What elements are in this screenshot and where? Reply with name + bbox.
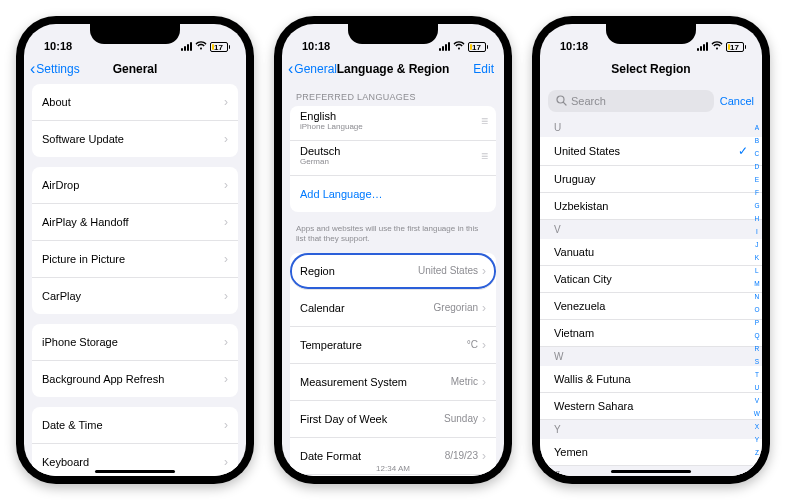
screen: 10:18 17 Select Region Search Cancel bbox=[540, 24, 762, 476]
row-first-day-of-week[interactable]: First Day of WeekSunday› bbox=[290, 401, 496, 438]
index-b[interactable]: B bbox=[754, 137, 760, 144]
region-label: Vietnam bbox=[554, 327, 594, 339]
row-label: Software Update bbox=[42, 133, 220, 145]
phone-general: 10:18 17 ‹ Settings General About›Softwa… bbox=[16, 16, 254, 484]
index-d[interactable]: D bbox=[754, 163, 760, 170]
wifi-icon bbox=[711, 41, 723, 52]
region-vanuatu[interactable]: Vanuatu bbox=[540, 239, 762, 266]
chevron-left-icon: ‹ bbox=[288, 61, 293, 77]
status-right: 17 bbox=[697, 41, 746, 52]
index-e[interactable]: E bbox=[754, 176, 760, 183]
row-lang-english[interactable]: EnglishiPhone Language≡ bbox=[290, 106, 496, 141]
row-label: iPhone Storage bbox=[42, 336, 220, 348]
row-picture-in-picture[interactable]: Picture in Picture› bbox=[32, 241, 238, 278]
battery-icon: 17 bbox=[210, 42, 230, 52]
row-number-format[interactable]: Number Format1,234,567.89› bbox=[290, 475, 496, 476]
check-icon: ✓ bbox=[738, 144, 748, 158]
search-input[interactable]: Search bbox=[548, 90, 714, 112]
index-o[interactable]: O bbox=[754, 306, 760, 313]
region-label: Vatican City bbox=[554, 273, 612, 285]
index-u[interactable]: U bbox=[754, 384, 760, 391]
settings-group: About›Software Update› bbox=[32, 84, 238, 157]
region-vietnam[interactable]: Vietnam bbox=[540, 320, 762, 347]
region-uzbekistan[interactable]: Uzbekistan bbox=[540, 193, 762, 220]
index-v[interactable]: V bbox=[754, 397, 760, 404]
row-carplay[interactable]: CarPlay› bbox=[32, 278, 238, 314]
content-general[interactable]: About›Software Update›AirDrop›AirPlay & … bbox=[24, 84, 246, 476]
settings-group: Date & Time›Keyboard›Fonts›Language & Re… bbox=[32, 407, 238, 476]
index-i[interactable]: I bbox=[754, 228, 760, 235]
index-c[interactable]: C bbox=[754, 150, 760, 157]
index-g[interactable]: G bbox=[754, 202, 760, 209]
index-z[interactable]: Z bbox=[754, 449, 760, 456]
region-uruguay[interactable]: Uruguay bbox=[540, 166, 762, 193]
back-button[interactable]: ‹ Settings bbox=[30, 61, 80, 77]
row-region[interactable]: RegionUnited States› bbox=[290, 253, 496, 290]
content-language-region[interactable]: Preferred Languages EnglishiPhone Langua… bbox=[282, 84, 504, 476]
index-w[interactable]: W bbox=[754, 410, 760, 417]
search-icon bbox=[556, 95, 567, 108]
status-right: 17 bbox=[181, 41, 230, 52]
home-indicator[interactable] bbox=[95, 470, 175, 473]
alphabet-index[interactable]: ABCDEFGHIJKLMNOPQRSTUVWXYZ bbox=[754, 124, 760, 456]
region-label: Uruguay bbox=[554, 173, 596, 185]
row-label: Add Language… bbox=[300, 188, 486, 200]
row-airplay-handoff[interactable]: AirPlay & Handoff› bbox=[32, 204, 238, 241]
row-lang-deutsch[interactable]: DeutschGerman≡ bbox=[290, 141, 496, 176]
index-x[interactable]: X bbox=[754, 423, 760, 430]
row-background-app-refresh[interactable]: Background App Refresh› bbox=[32, 361, 238, 397]
index-t[interactable]: T bbox=[754, 371, 760, 378]
cancel-button[interactable]: Cancel bbox=[720, 95, 754, 107]
back-button[interactable]: ‹ General bbox=[288, 61, 337, 77]
region-wallis-futuna[interactable]: Wallis & Futuna bbox=[540, 366, 762, 393]
region-label: United States bbox=[554, 145, 620, 157]
index-a[interactable]: A bbox=[754, 124, 760, 131]
row-software-update[interactable]: Software Update› bbox=[32, 121, 238, 157]
row-calendar[interactable]: CalendarGregorian› bbox=[290, 290, 496, 327]
row-label: CarPlay bbox=[42, 290, 220, 302]
index-p[interactable]: P bbox=[754, 319, 760, 326]
index-f[interactable]: F bbox=[754, 189, 760, 196]
signal-icon bbox=[697, 42, 708, 51]
reorder-icon[interactable]: ≡ bbox=[481, 114, 486, 128]
region-list[interactable]: UUnited States✓UruguayUzbekistanVVanuatu… bbox=[540, 118, 762, 476]
reorder-icon[interactable]: ≡ bbox=[481, 149, 486, 163]
row-temperature[interactable]: Temperature°C› bbox=[290, 327, 496, 364]
region-western-sahara[interactable]: Western Sahara bbox=[540, 393, 762, 420]
row-measurement-system[interactable]: Measurement SystemMetric› bbox=[290, 364, 496, 401]
row-date-time[interactable]: Date & Time› bbox=[32, 407, 238, 444]
section-header-v: V bbox=[540, 220, 762, 239]
row-about[interactable]: About› bbox=[32, 84, 238, 121]
edit-button[interactable]: Edit bbox=[473, 62, 494, 76]
row-label: First Day of Week bbox=[300, 413, 444, 425]
index-s[interactable]: S bbox=[754, 358, 760, 365]
region-united-states[interactable]: United States✓ bbox=[540, 137, 762, 166]
index-j[interactable]: J bbox=[754, 241, 760, 248]
row-iphone-storage[interactable]: iPhone Storage› bbox=[32, 324, 238, 361]
index-l[interactable]: L bbox=[754, 267, 760, 274]
chevron-right-icon: › bbox=[224, 132, 228, 146]
footnote-languages: Apps and websites will use the first lan… bbox=[282, 222, 504, 253]
row-sublabel: German bbox=[300, 157, 340, 166]
index-m[interactable]: M bbox=[754, 280, 760, 287]
region-vatican-city[interactable]: Vatican City bbox=[540, 266, 762, 293]
nav-bar: Select Region bbox=[540, 54, 762, 84]
index-q[interactable]: Q bbox=[754, 332, 760, 339]
svg-line-1 bbox=[563, 102, 566, 105]
row-label: Date & Time bbox=[42, 419, 220, 431]
row-label: Date Format bbox=[300, 450, 445, 462]
index-r[interactable]: R bbox=[754, 345, 760, 352]
settings-group: iPhone Storage›Background App Refresh› bbox=[32, 324, 238, 397]
chevron-right-icon: › bbox=[224, 252, 228, 266]
index-n[interactable]: N bbox=[754, 293, 760, 300]
nav-bar: ‹ Settings General bbox=[24, 54, 246, 84]
screen: 10:18 17 ‹ General Language & Region Edi… bbox=[282, 24, 504, 476]
index-k[interactable]: K bbox=[754, 254, 760, 261]
region-yemen[interactable]: Yemen bbox=[540, 439, 762, 466]
index-h[interactable]: H bbox=[754, 215, 760, 222]
home-indicator[interactable] bbox=[611, 470, 691, 473]
index-y[interactable]: Y bbox=[754, 436, 760, 443]
row-airdrop[interactable]: AirDrop› bbox=[32, 167, 238, 204]
region-venezuela[interactable]: Venezuela bbox=[540, 293, 762, 320]
add-language-button[interactable]: Add Language… bbox=[290, 176, 496, 212]
